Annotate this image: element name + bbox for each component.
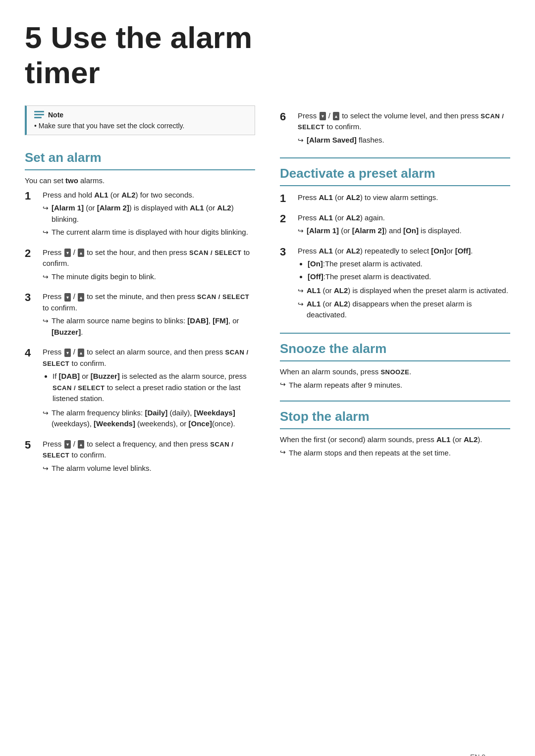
deactivate-section: Deactivate a preset alarm 1 Press AL1 (o… bbox=[280, 166, 510, 323]
step-3-num: 3 bbox=[25, 291, 37, 304]
deactivate-bullet-2: [Off]:The preset alarm is deactivated. bbox=[308, 271, 510, 283]
down-icon: ▾ bbox=[64, 249, 71, 257]
result-arrow: ↪ bbox=[298, 286, 304, 296]
result-arrow: ↪ bbox=[280, 380, 286, 388]
down-icon: ▾ bbox=[64, 440, 71, 449]
step-6-num: 6 bbox=[280, 110, 292, 123]
title-text: Use the alarm timer bbox=[25, 20, 252, 90]
deactivate-bullet-1: [On]:The preset alarm is activated. bbox=[308, 258, 510, 270]
note-label: Note bbox=[48, 111, 63, 119]
deactivate-step-3-result-2: AL1 (or AL2) disappears when the preset … bbox=[307, 299, 510, 321]
result-arrow: ↪ bbox=[43, 463, 49, 474]
deactivate-title: Deactivate a preset alarm bbox=[280, 166, 510, 186]
deactivate-step-2: 2 Press AL1 (or AL2) again. ↪ [Alarm 1] … bbox=[280, 212, 510, 239]
step-4-bullet-1: If [DAB] or [Buzzer] is selected as the … bbox=[53, 371, 255, 404]
deactivate-step-3-num: 3 bbox=[280, 246, 292, 258]
down-icon: ▾ bbox=[320, 112, 326, 120]
up-icon: ▴ bbox=[78, 249, 84, 257]
result-arrow: ↪ bbox=[298, 226, 304, 236]
step-4-text: Press ▾ / ▴ to select an alarm source, a… bbox=[43, 347, 255, 369]
step-3-text: Press ▾ / ▴ to set the minute, and then … bbox=[43, 291, 255, 313]
deactivate-step-2-result: [Alarm 1] (or [Alarm 2]) and [On] is dis… bbox=[307, 225, 462, 237]
step-3: 3 Press ▾ / ▴ to set the minute, and the… bbox=[25, 291, 255, 340]
note-content: • Make sure that you have set the clock … bbox=[34, 122, 247, 130]
step-2-text: Press ▾ / ▴ to set the hour, and then pr… bbox=[43, 247, 255, 269]
result-arrow: ↪ bbox=[280, 448, 286, 456]
stop-result: The alarm stops and then repeats at the … bbox=[289, 448, 451, 459]
step-6-text: Press ▾ / ▴ to select the volume level, … bbox=[298, 110, 510, 133]
up-icon: ▴ bbox=[333, 112, 339, 120]
result-arrow: ↪ bbox=[43, 316, 49, 326]
up-icon: ▴ bbox=[78, 440, 84, 449]
note-box: Note • Make sure that you have set the c… bbox=[25, 105, 255, 135]
step-4-num: 4 bbox=[25, 347, 37, 359]
step-4: 4 Press ▾ / ▴ to select an alarm source,… bbox=[25, 347, 255, 432]
step-5-num: 5 bbox=[25, 439, 37, 452]
result-arrow: ↪ bbox=[43, 408, 49, 418]
deactivate-step-2-num: 2 bbox=[280, 212, 292, 225]
step-5: 5 Press ▾ / ▴ to select a frequency, and… bbox=[25, 439, 255, 476]
set-alarm-title: Set an alarm bbox=[25, 150, 255, 170]
step-5-text: Press ▾ / ▴ to select a frequency, and t… bbox=[43, 439, 255, 461]
divider-2 bbox=[280, 333, 510, 334]
deactivate-step-3-text: Press AL1 (or AL2) repeatedly to select … bbox=[298, 246, 510, 257]
deactivate-step-1: 1 Press AL1 (or AL2) to view alarm setti… bbox=[280, 192, 510, 205]
step-6-container: 6 Press ▾ / ▴ to select the volume level… bbox=[280, 110, 510, 148]
result-arrow: ↪ bbox=[43, 203, 49, 213]
step-6: 6 Press ▾ / ▴ to select the volume level… bbox=[280, 110, 510, 148]
deactivate-step-2-text: Press AL1 (or AL2) again. bbox=[298, 212, 510, 224]
down-icon: ▾ bbox=[64, 293, 71, 302]
note-icon bbox=[34, 111, 44, 119]
set-alarm-section: Set an alarm You can set two alarms. 1 P… bbox=[25, 150, 255, 476]
snooze-intro: When an alarm sounds, press SNOOZE. bbox=[280, 367, 510, 376]
snooze-title: Snooze the alarm bbox=[280, 341, 510, 361]
stop-section: Stop the alarm When the first (or second… bbox=[280, 409, 510, 459]
result-arrow: ↪ bbox=[43, 227, 49, 238]
result-arrow: ↪ bbox=[298, 299, 304, 309]
step-2: 2 Press ▾ / ▴ to set the hour, and then … bbox=[25, 247, 255, 285]
step-1-result-2: The current alarm time is displayed with… bbox=[52, 227, 248, 238]
result-arrow: ↪ bbox=[43, 272, 49, 282]
set-alarm-intro: You can set two alarms. bbox=[25, 176, 255, 185]
stop-title: Stop the alarm bbox=[280, 409, 510, 429]
step-6-result: [Alarm Saved] flashes. bbox=[307, 135, 384, 146]
step-1-num: 1 bbox=[25, 190, 37, 202]
snooze-section: Snooze the alarm When an alarm sounds, p… bbox=[280, 341, 510, 391]
step-5-result: The alarm volume level blinks. bbox=[52, 463, 152, 474]
result-arrow: ↪ bbox=[298, 135, 304, 146]
deactivate-step-1-num: 1 bbox=[280, 192, 292, 205]
page-footer: EN 9 bbox=[470, 753, 485, 756]
step-2-result: The minute digits begin to blink. bbox=[52, 271, 156, 283]
deactivate-step-3: 3 Press AL1 (or AL2) repeatedly to selec… bbox=[280, 246, 510, 323]
step-1-result-1: [Alarm 1] (or [Alarm 2]) is displayed wi… bbox=[52, 202, 255, 225]
step-3-result: The alarm source name begins to blinks: … bbox=[52, 315, 255, 338]
deactivate-step-1-text: Press AL1 (or AL2) to view alarm setting… bbox=[298, 192, 510, 203]
step-2-num: 2 bbox=[25, 247, 37, 260]
up-icon: ▴ bbox=[78, 293, 84, 302]
deactivate-step-3-result-1: AL1 (or AL2) is displayed when the prese… bbox=[307, 285, 508, 297]
step-1: 1 Press and hold AL1 (or AL2) for two se… bbox=[25, 190, 255, 240]
chapter-number: 5 bbox=[25, 20, 42, 54]
divider-1 bbox=[280, 157, 510, 158]
snooze-result: The alarm repeats after 9 minutes. bbox=[289, 380, 402, 391]
down-icon: ▾ bbox=[64, 349, 71, 357]
up-icon: ▴ bbox=[78, 349, 84, 357]
stop-intro: When the first (or second) alarm sounds,… bbox=[280, 435, 510, 444]
step-1-text: Press and hold AL1 (or AL2) for two seco… bbox=[43, 190, 255, 201]
divider-3 bbox=[280, 401, 510, 402]
step-4-result: The alarm frequency blinks: [Daily] (dai… bbox=[52, 407, 255, 430]
page-title: 5Use the alarm timer bbox=[25, 20, 510, 91]
